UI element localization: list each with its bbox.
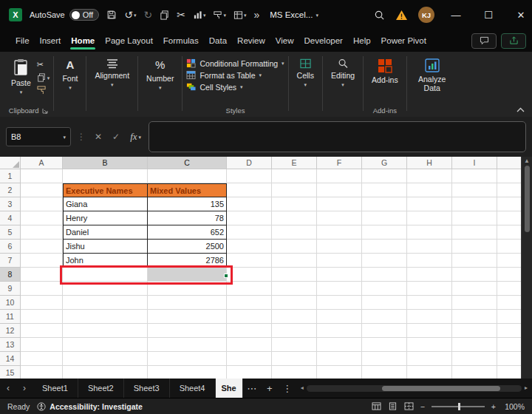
- grid-cell-C1[interactable]: [148, 169, 227, 183]
- grid-cell-H13[interactable]: [407, 338, 452, 352]
- grid-cell-B15[interactable]: [63, 366, 148, 379]
- grid-cell-E10[interactable]: [272, 296, 317, 310]
- grid-cell-E13[interactable]: [272, 338, 317, 352]
- zoom-level[interactable]: 100%: [502, 402, 525, 411]
- format-as-table-button[interactable]: Format as Table▾: [186, 70, 284, 80]
- row-header-10[interactable]: 10: [0, 296, 21, 310]
- horizontal-scrollbar[interactable]: ◂ ▸: [296, 379, 532, 398]
- alignment-button[interactable]: Alignment ▾: [90, 55, 134, 89]
- grid-cell-C7[interactable]: 2786: [148, 254, 227, 268]
- cell-styles-button[interactable]: Cell Styles▾: [186, 82, 284, 92]
- excel-app-icon[interactable]: X: [9, 8, 22, 21]
- grid-cell-B13[interactable]: [63, 338, 148, 352]
- addins-button[interactable]: Add-ins: [367, 55, 403, 86]
- grid-cell-A3[interactable]: [21, 197, 63, 211]
- scroll-left-icon[interactable]: ◂: [301, 385, 304, 391]
- grid-cell-F14[interactable]: [317, 352, 362, 366]
- chart-icon[interactable]: ▾: [193, 10, 206, 20]
- grid-cell-G6[interactable]: [362, 240, 407, 254]
- grid-cell-A15[interactable]: [21, 366, 63, 379]
- grid-cell-D9[interactable]: [227, 282, 272, 296]
- grid-cell-C9[interactable]: [148, 282, 227, 296]
- grid-cell-A7[interactable]: [21, 254, 63, 268]
- add-sheet-button[interactable]: +: [261, 379, 279, 398]
- grid-cell-D6[interactable]: [227, 240, 272, 254]
- warning-icon[interactable]: [395, 10, 408, 21]
- grid-cell-A12[interactable]: [21, 324, 63, 338]
- table-tool-icon[interactable]: ▾: [233, 10, 247, 20]
- grid-cell-F13[interactable]: [317, 338, 362, 352]
- grid-cell-H3[interactable]: [407, 197, 452, 211]
- user-avatar[interactable]: KJ: [418, 7, 434, 23]
- row-header-7[interactable]: 7: [0, 254, 21, 268]
- cut-icon[interactable]: ✂: [177, 10, 185, 20]
- close-button[interactable]: ✕: [510, 0, 532, 30]
- analyze-data-button[interactable]: Analyze Data: [411, 55, 454, 94]
- formula-input[interactable]: [149, 121, 526, 152]
- tab-developer[interactable]: Developer: [299, 32, 348, 50]
- sheet-tab-sheet3[interactable]: Sheet3: [124, 379, 170, 398]
- tab-file[interactable]: File: [10, 32, 35, 50]
- sheet-options-icon[interactable]: ⋮: [279, 379, 296, 398]
- tab-view[interactable]: View: [270, 32, 299, 50]
- grid-cell-I4[interactable]: [452, 211, 497, 225]
- row-header-3[interactable]: 3: [0, 197, 21, 211]
- search-icon[interactable]: [374, 10, 385, 21]
- grid-cell-H15[interactable]: [407, 366, 452, 379]
- grid-cell-D10[interactable]: [227, 296, 272, 310]
- tab-data[interactable]: Data: [204, 32, 232, 50]
- accessibility-status[interactable]: Accessibility: Investigate: [37, 402, 142, 411]
- grid-cell-G2[interactable]: [362, 183, 407, 197]
- grid-cell-F3[interactable]: [317, 197, 362, 211]
- tab-power-pivot[interactable]: Power Pivot: [376, 32, 432, 50]
- format-painter-icon[interactable]: ▾: [213, 10, 226, 20]
- row-header-4[interactable]: 4: [0, 211, 21, 225]
- grid-cell-I9[interactable]: [452, 282, 497, 296]
- number-button[interactable]: % Number ▾: [142, 55, 178, 92]
- grid-cell-E1[interactable]: [272, 169, 317, 183]
- sheet-tab-sheet1[interactable]: Sheet1: [33, 379, 78, 398]
- grid-cell-I14[interactable]: [452, 352, 497, 366]
- grid-cell-D3[interactable]: [227, 197, 272, 211]
- grid-cell-G10[interactable]: [362, 296, 407, 310]
- paste-button[interactable]: Paste ▾: [7, 55, 35, 96]
- horizontal-scrollbar-thumb[interactable]: [382, 386, 500, 391]
- grid-cell-E14[interactable]: [272, 352, 317, 366]
- grid-cell-B3[interactable]: Giana: [63, 197, 148, 211]
- grid-cell-F7[interactable]: [317, 254, 362, 268]
- grid-cell-B9[interactable]: [63, 282, 148, 296]
- cells-button[interactable]: Cells ▾: [293, 55, 318, 89]
- grid-cell-F4[interactable]: [317, 211, 362, 225]
- grid-cell-G5[interactable]: [362, 225, 407, 240]
- row-header-6[interactable]: 6: [0, 240, 21, 254]
- vertical-scrollbar-thumb[interactable]: [525, 166, 530, 232]
- grid-cell-partial-6[interactable]: [497, 240, 521, 254]
- row-header-5[interactable]: 5: [0, 225, 21, 240]
- grid-cell-I11[interactable]: [452, 310, 497, 324]
- share-button[interactable]: [501, 33, 526, 49]
- document-title[interactable]: MS Excel...▾: [270, 10, 318, 19]
- grid-cell-I6[interactable]: [452, 240, 497, 254]
- tab-formulas[interactable]: Formulas: [158, 32, 204, 50]
- selection-fill-handle[interactable]: [224, 274, 228, 278]
- autosave-control[interactable]: AutoSave Off: [30, 9, 99, 21]
- sheet-nav-right-icon[interactable]: ›: [16, 379, 33, 398]
- grid-cell-partial-8[interactable]: [497, 268, 521, 282]
- grid-cell-F2[interactable]: [317, 183, 362, 197]
- grid-cell-partial-4[interactable]: [497, 211, 521, 225]
- sheet-tab-sheet2[interactable]: Sheet2: [78, 379, 124, 398]
- grid-cell-B4[interactable]: Henry: [63, 211, 148, 225]
- grid-cell-G9[interactable]: [362, 282, 407, 296]
- row-header-8[interactable]: 8: [0, 268, 21, 282]
- sheet-tab-active[interactable]: She: [216, 379, 243, 398]
- zoom-out-button[interactable]: −: [420, 402, 425, 411]
- comments-button[interactable]: [471, 33, 497, 49]
- grid-cell-partial-10[interactable]: [497, 296, 521, 310]
- grid-cell-E2[interactable]: [272, 183, 317, 197]
- grid-cell-A13[interactable]: [21, 338, 63, 352]
- vertical-scrollbar[interactable]: ▲: [521, 157, 532, 379]
- grid-cell-B2[interactable]: Executive Names: [63, 183, 148, 197]
- grid-cell-D2[interactable]: [227, 183, 272, 197]
- grid-cell-G8[interactable]: [362, 268, 407, 282]
- row-header-12[interactable]: 12: [0, 324, 21, 338]
